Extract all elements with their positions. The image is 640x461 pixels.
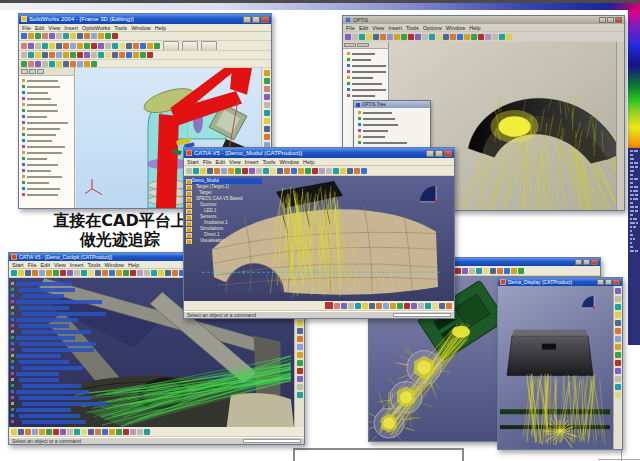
toolbar-icon[interactable] <box>506 34 512 40</box>
toolbar-icon[interactable] <box>88 429 94 435</box>
toolbar-icon[interactable] <box>42 33 48 39</box>
toolbar-icon[interactable] <box>415 34 421 40</box>
tree-row[interactable] <box>347 52 386 55</box>
toolbar-icon[interactable] <box>130 429 136 435</box>
toolbar-icon[interactable] <box>615 376 621 382</box>
tree-row[interactable] <box>11 395 107 400</box>
menu-item[interactable]: Help <box>155 24 166 32</box>
menu-item[interactable]: Edit <box>35 24 44 32</box>
tree-row[interactable] <box>358 129 428 132</box>
menu-item[interactable]: Insert <box>388 24 402 32</box>
toolbar-icon[interactable] <box>615 296 621 302</box>
tree-row[interactable] <box>347 82 386 85</box>
menu-item[interactable]: Window <box>279 158 299 166</box>
tree-row[interactable] <box>22 145 72 148</box>
toolbar-icon[interactable] <box>464 34 470 40</box>
menu-item[interactable]: View <box>54 261 66 269</box>
menu-item[interactable]: Help <box>469 24 480 32</box>
tree-row[interactable] <box>11 335 107 340</box>
toolbar-icon[interactable] <box>615 304 621 310</box>
toolbar-icon[interactable] <box>373 34 379 40</box>
toolbar-icon[interactable] <box>264 126 270 132</box>
toolbar-icon[interactable] <box>297 336 303 342</box>
tree-row[interactable] <box>11 299 107 304</box>
toolbar-icon[interactable] <box>28 61 34 67</box>
tree-row[interactable] <box>22 193 72 196</box>
toolbar-icon[interactable] <box>352 34 358 40</box>
toolbar-icon[interactable] <box>369 303 375 309</box>
tree-row[interactable] <box>22 151 72 154</box>
toolbar-icon[interactable] <box>446 303 452 309</box>
toolbar-icon[interactable] <box>361 168 367 174</box>
toolbar-icon[interactable] <box>109 270 115 276</box>
toolbar-icon[interactable] <box>256 168 262 174</box>
minimize-icon[interactable] <box>426 150 434 157</box>
menu-item[interactable]: Insert <box>245 158 259 166</box>
toolbar-icon[interactable] <box>53 270 59 276</box>
toolbar-icon[interactable] <box>70 52 76 58</box>
catia-spec-tree[interactable] <box>11 280 107 424</box>
toolbar-icon[interactable] <box>154 43 160 49</box>
toolbar-icon[interactable] <box>376 303 382 309</box>
toolbar-icon[interactable] <box>390 303 396 309</box>
toolbar-icon[interactable] <box>60 270 66 276</box>
toolbar-icon[interactable] <box>615 312 621 318</box>
toolbar-icon[interactable] <box>32 270 38 276</box>
tree-row[interactable] <box>347 70 386 73</box>
toolbar-icon[interactable] <box>67 270 73 276</box>
toolbar-icon[interactable] <box>18 429 24 435</box>
toolbar-icon[interactable] <box>56 52 62 58</box>
toolbar-icon[interactable] <box>81 429 87 435</box>
toolbar-icon[interactable] <box>144 270 150 276</box>
toolbar-icon[interactable] <box>60 429 66 435</box>
tree-row[interactable] <box>11 419 107 424</box>
toolbar-button[interactable] <box>182 41 198 51</box>
tree-row[interactable] <box>11 311 107 316</box>
menu-item[interactable]: Window <box>131 24 151 32</box>
toolbar-icon[interactable] <box>126 43 132 49</box>
toolbar-icon[interactable] <box>35 43 41 49</box>
toolbar-icon[interactable] <box>63 43 69 49</box>
tree-row[interactable] <box>11 413 107 418</box>
toolbar-icon[interactable] <box>46 270 52 276</box>
toolbar-icon[interactable] <box>28 43 34 49</box>
maximize-icon[interactable] <box>605 279 612 285</box>
tree-row[interactable] <box>22 169 72 172</box>
toolbar-icon[interactable] <box>35 61 41 67</box>
tree-row[interactable] <box>11 383 107 388</box>
tree-row[interactable] <box>22 121 72 124</box>
toolbar-icon[interactable] <box>35 33 41 39</box>
toolbar-icon[interactable] <box>95 429 101 435</box>
toolbar-icon[interactable] <box>49 52 55 58</box>
toolbar-icon[interactable] <box>53 429 59 435</box>
tree-tabs[interactable] <box>19 68 74 76</box>
tree-row[interactable] <box>11 377 107 382</box>
tree-row[interactable] <box>22 181 72 184</box>
toolbar-icon[interactable] <box>35 52 41 58</box>
toolbar-icon[interactable] <box>462 268 468 274</box>
tree-row[interactable] <box>358 123 428 126</box>
menu-item[interactable]: Edit <box>359 24 368 32</box>
toolbar-icon[interactable] <box>380 34 386 40</box>
toolbar-icon[interactable] <box>63 61 69 67</box>
toolbar-icon[interactable] <box>418 303 424 309</box>
toolbar-icon[interactable] <box>84 33 90 39</box>
toolbar-icon[interactable] <box>319 168 325 174</box>
toolbar-icon[interactable] <box>476 268 482 274</box>
toolbar-icon[interactable] <box>77 43 83 49</box>
menu-item[interactable]: Start <box>187 158 199 166</box>
toolbar-icon[interactable] <box>67 429 73 435</box>
toolbar-icon[interactable] <box>394 34 400 40</box>
toolbar-icon[interactable] <box>42 52 48 58</box>
toolbar-icon[interactable] <box>123 270 129 276</box>
toolbar-icon[interactable] <box>483 268 489 274</box>
toolbar-icon[interactable] <box>144 429 150 435</box>
toolbar-icon[interactable] <box>264 134 270 140</box>
toolbar-icon[interactable] <box>615 352 621 358</box>
toolbar-icon[interactable] <box>133 52 139 58</box>
toolbar-icon[interactable] <box>32 429 38 435</box>
toolbar-icon[interactable] <box>485 34 491 40</box>
tree-row[interactable] <box>22 187 72 190</box>
toolbar-icon[interactable] <box>98 43 104 49</box>
toolbar-icon[interactable] <box>249 168 255 174</box>
